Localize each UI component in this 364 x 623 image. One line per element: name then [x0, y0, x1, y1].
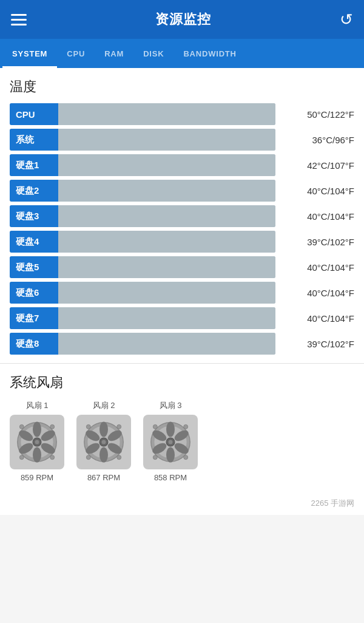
temp-row: 系统36°C/96°F — [10, 129, 354, 151]
fan-svg — [149, 421, 192, 463]
tab-bandwidth[interactable]: BANDWIDTH — [174, 39, 246, 68]
temp-value: 50°C/122°F — [275, 109, 354, 120]
temp-bar-fill — [58, 307, 275, 329]
temp-bar-container: 硬盘4 — [10, 231, 275, 253]
temp-row: 硬盘839°C/102°F — [10, 333, 354, 355]
fan-icon — [76, 415, 131, 469]
fan-rpm: 867 RPM — [87, 473, 120, 482]
temp-bar-label: 硬盘6 — [10, 282, 58, 304]
svg-point-12 — [19, 455, 24, 460]
temp-bar-container: 硬盘8 — [10, 333, 275, 355]
fan-item: 风扇 1 — [10, 400, 64, 482]
tab-system[interactable]: SYSTEM — [2, 39, 57, 68]
temp-row: 硬盘240°C/104°F — [10, 180, 354, 202]
temp-bar-container: 硬盘7 — [10, 307, 275, 329]
svg-point-2 — [33, 421, 41, 437]
temp-bar-fill — [58, 205, 275, 227]
svg-point-33 — [166, 447, 175, 462]
svg-point-19 — [99, 447, 108, 462]
watermark: 2265 手游网 — [0, 492, 364, 515]
fan-label: 风扇 2 — [93, 400, 115, 411]
fan-icon — [10, 415, 64, 469]
svg-point-24 — [86, 424, 90, 429]
fan-label: 风扇 1 — [26, 400, 49, 411]
svg-point-10 — [19, 424, 24, 429]
temp-bar-label: 硬盘4 — [10, 231, 58, 253]
temp-bar-container: 系统 — [10, 129, 275, 151]
temp-row: CPU50°C/122°F — [10, 103, 354, 125]
fan-item: 风扇 3 — [143, 400, 198, 482]
temp-bar-fill — [58, 231, 275, 253]
temp-row: 硬盘740°C/104°F — [10, 307, 354, 329]
temperature-title: 温度 — [10, 78, 354, 96]
fan-section: 系统风扇 风扇 1 — [0, 364, 364, 492]
fan-svg — [16, 421, 58, 463]
fan-label: 风扇 3 — [160, 400, 182, 411]
menu-icon[interactable] — [11, 14, 27, 26]
fan-item: 风扇 2 — [76, 400, 131, 482]
temp-bar-fill — [58, 129, 275, 151]
temp-bar-label: 硬盘2 — [10, 180, 58, 202]
svg-point-11 — [50, 424, 55, 429]
svg-point-26 — [86, 455, 90, 460]
temp-bar-container: 硬盘3 — [10, 205, 275, 227]
temp-row: 硬盘142°C/107°F — [10, 154, 354, 176]
temp-bar-container: 硬盘2 — [10, 180, 275, 202]
svg-point-13 — [50, 455, 55, 460]
svg-point-37 — [169, 440, 173, 444]
svg-point-38 — [153, 424, 157, 429]
temp-value: 39°C/102°F — [275, 339, 354, 349]
fan-icon — [143, 415, 198, 469]
fan-title: 系统风扇 — [10, 373, 354, 392]
temp-row: 硬盘540°C/104°F — [10, 256, 354, 278]
temp-bar-fill — [58, 256, 275, 278]
svg-point-39 — [184, 424, 188, 429]
page-title: 资源监控 — [155, 10, 211, 29]
fan-rpm: 858 RPM — [154, 473, 187, 482]
svg-point-16 — [99, 421, 108, 437]
temp-value: 42°C/107°F — [275, 160, 354, 171]
tab-cpu[interactable]: CPU — [57, 39, 95, 68]
fan-svg — [83, 421, 125, 463]
tab-disk[interactable]: DISK — [133, 39, 174, 68]
svg-point-40 — [153, 455, 157, 460]
temp-value: 40°C/104°F — [275, 288, 354, 298]
temp-bar-fill — [58, 180, 275, 202]
temperature-rows: CPU50°C/122°F系统36°C/96°F硬盘142°C/107°F硬盘2… — [10, 103, 354, 355]
temp-bar-label: 硬盘5 — [10, 256, 58, 278]
temp-bar-fill — [58, 103, 275, 125]
svg-point-9 — [35, 440, 39, 444]
temp-bar-label: 硬盘3 — [10, 205, 58, 227]
temp-bar-label: 硬盘1 — [10, 154, 58, 176]
temp-value: 36°C/96°F — [275, 135, 354, 145]
temp-value: 40°C/104°F — [275, 186, 354, 196]
temp-row: 硬盘340°C/104°F — [10, 205, 354, 227]
temp-bar-label: 系统 — [10, 129, 58, 151]
temperature-section: 温度 CPU50°C/122°F系统36°C/96°F硬盘142°C/107°F… — [0, 68, 364, 355]
tab-ram[interactable]: RAM — [95, 39, 133, 68]
svg-point-27 — [117, 455, 121, 460]
temp-bar-fill — [58, 333, 275, 355]
svg-point-23 — [102, 440, 106, 444]
header: 资源监控 ↺ — [0, 0, 364, 39]
temp-bar-container: CPU — [10, 103, 275, 125]
temp-bar-container: 硬盘5 — [10, 256, 275, 278]
fan-row: 风扇 1 — [10, 400, 354, 482]
temp-value: 40°C/104°F — [275, 313, 354, 324]
svg-point-41 — [184, 455, 188, 460]
temp-bar-container: 硬盘1 — [10, 154, 275, 176]
temp-bar-fill — [58, 154, 275, 176]
temp-value: 40°C/104°F — [275, 211, 354, 222]
fan-rpm: 859 RPM — [21, 473, 53, 482]
svg-point-30 — [166, 421, 175, 437]
temp-row: 硬盘439°C/102°F — [10, 231, 354, 253]
svg-point-25 — [117, 424, 121, 429]
svg-point-5 — [33, 447, 41, 462]
temp-bar-label: 硬盘8 — [10, 333, 58, 355]
content-area: 温度 CPU50°C/122°F系统36°C/96°F硬盘142°C/107°F… — [0, 68, 364, 515]
temp-bar-label: 硬盘7 — [10, 307, 58, 329]
tab-bar: SYSTEM CPU RAM DISK BANDWIDTH — [0, 39, 364, 68]
refresh-icon[interactable]: ↺ — [340, 10, 353, 29]
temp-bar-container: 硬盘6 — [10, 282, 275, 304]
temp-bar-label: CPU — [10, 103, 58, 125]
